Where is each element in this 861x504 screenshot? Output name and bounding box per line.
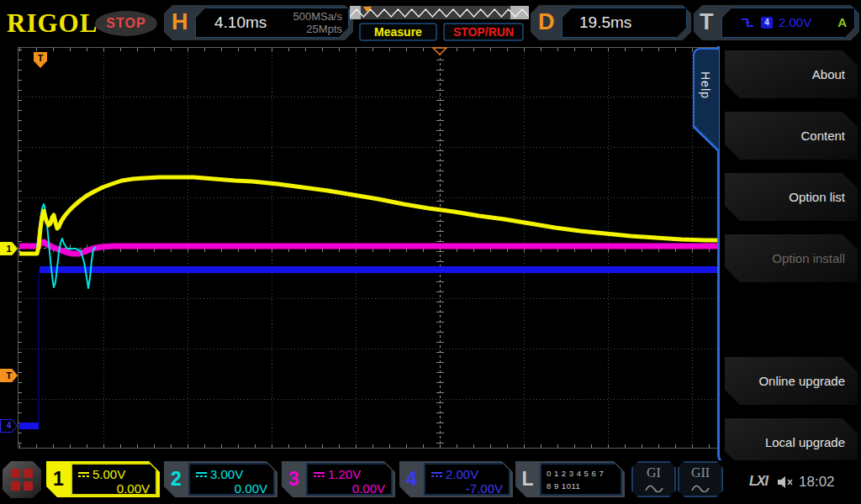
delay-position-icon (432, 47, 447, 55)
channel-3-status[interactable]: 3 1.20V 0.00V (282, 461, 395, 497)
clock: 18:02 (799, 474, 835, 491)
channel-1-status[interactable]: 1 5.00V 0.00V (46, 461, 160, 497)
ch1-scale: 5.00V (92, 467, 125, 481)
ch2-offset: 0.00V (235, 481, 267, 496)
logic-channels-row1: 0 1 2 3 4 5 6 7 (547, 467, 621, 480)
ch1-offset: 0.00V (117, 481, 150, 496)
source-2-button[interactable]: GII (678, 461, 723, 497)
sine-wave-icon (691, 485, 710, 492)
help-tab-label: Help (699, 71, 712, 99)
ch3-trace (19, 242, 717, 254)
sine-wave-icon (645, 485, 663, 492)
bottom-bar: 1 5.00V 0.00V 2 3.00V 0.00V (0, 460, 861, 504)
menu-button-about[interactable]: About (725, 50, 858, 98)
channel-2-status[interactable]: 2 3.00V 0.00V (164, 461, 277, 497)
ch1-trace (19, 177, 717, 254)
system-menu-button[interactable] (3, 461, 41, 498)
menu-button-option-list[interactable]: Option list (725, 173, 858, 221)
menu-button-option-install[interactable]: Option install (725, 234, 858, 282)
oscilloscope-screen: RIGOL STOP H 4.10ms 500MSa/s 25Mpts Meas… (0, 0, 861, 504)
logic-channels-row2: 8 9 1011 12131415 (547, 480, 621, 504)
menu-panel: About Content Option list Option install… (717, 46, 861, 468)
lxi-status: LXI (749, 474, 768, 489)
ch2-dc-coupling-icon (196, 472, 207, 478)
menu-button-online-upgrade[interactable]: Online upgrade (725, 357, 858, 405)
ch3-offset: 0.00V (352, 481, 385, 496)
ch1-dc-coupling-icon (78, 472, 89, 478)
source-1-button[interactable]: GI (631, 461, 676, 497)
ch3-dc-coupling-icon (314, 472, 325, 478)
channel-4-status[interactable]: 4 2.00V -7.00V (399, 461, 513, 497)
ch3-scale: 1.20V (328, 467, 361, 481)
ch4-scale: 2.00V (446, 467, 478, 481)
menu-button-content[interactable]: Content (725, 112, 858, 160)
ch4-offset: -7.00V (466, 481, 503, 496)
logic-analyzer-status[interactable]: L 0 1 2 3 4 5 6 7 8 9 1011 12131415 (515, 461, 625, 497)
menu-grid-icon (11, 469, 20, 478)
ch2-scale: 3.00V (210, 467, 243, 481)
ch4-dc-coupling-icon (431, 472, 442, 478)
muted-speaker-icon[interactable] (777, 475, 794, 489)
menu-button-local-upgrade[interactable]: Local upgrade (725, 418, 858, 466)
